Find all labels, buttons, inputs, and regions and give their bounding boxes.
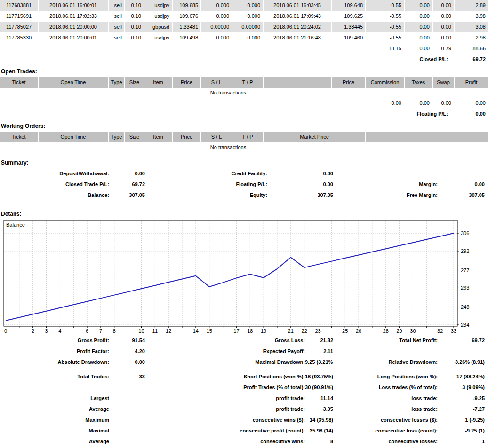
stat-label: Maximal Drawdown: [145, 357, 305, 368]
stat-value [109, 404, 145, 415]
details-title: Details: [1, 211, 488, 217]
y-axis-tick-label: 234 [461, 322, 469, 328]
header-open-time: Open Time [39, 77, 109, 88]
cell-close-price: 1.33445 [332, 22, 366, 32]
summary-label: Credit Facility: [145, 168, 267, 179]
cell-size: 0.10 [125, 32, 144, 43]
x-axis-tick-label: 17 [233, 328, 239, 334]
summary-label [333, 168, 438, 179]
cell-ticket: 117683881 [0, 0, 39, 11]
x-axis-tick-label: 21 [288, 328, 294, 334]
balance-chart-container: 2342482632772923060234678101112141517181… [0, 220, 488, 335]
cell-item: usdjpy [144, 11, 173, 22]
open-trades-section: Open Trades: Ticket Open Time Type Size … [0, 68, 488, 119]
totals-taxes: 0.00 [405, 98, 433, 109]
cell-open-time: 2018.06.01 16:00:01 [39, 0, 109, 11]
stat-label: Profit Factor: [0, 346, 109, 357]
stat-value: 69.72 [438, 335, 485, 346]
subtotal-taxes: 0.00 [405, 43, 433, 54]
stat-value: 91.54 [109, 335, 145, 346]
summary-value: 0.00 [109, 168, 145, 179]
working-orders-empty: No transactions [0, 142, 456, 152]
closed-trade-row: 117715691 2018.06.01 17:02:33 sell 0.10 … [0, 11, 488, 22]
balance-chart: 2342482632772923060234678101112141517181… [0, 220, 488, 335]
header-price: Price [173, 132, 201, 142]
cell-item: usdjpy [144, 0, 173, 11]
x-axis-tick-label: 26 [356, 328, 361, 334]
x-axis-tick-label: 8 [113, 328, 116, 334]
stat-row: Maximalconsecutive profit (count):35.98 … [0, 425, 488, 436]
x-axis-tick-label: 11 [152, 328, 158, 334]
cell-swap: 0.00 [433, 11, 455, 22]
summary-value: 0.00 [438, 179, 485, 190]
closed-pl-row: Closed P/L: 69.72 [0, 54, 488, 65]
stat-row: Profit Factor:4.20Expected Payoff:2.11 [0, 346, 488, 357]
cell-tp: 0.000 [232, 11, 264, 22]
open-trades-header-row: Ticket Open Time Type Size Item Price S … [0, 77, 488, 88]
cell-close-time: 2018.06.01 20:24:02 [264, 22, 332, 32]
stat-value: 17 (88.24%) [438, 371, 485, 382]
stat-label: Gross Loss: [145, 335, 305, 346]
x-axis-tick-label: 12 [166, 328, 171, 334]
stat-label: Absolute Drawdown: [0, 357, 109, 368]
cell-type: sell [109, 0, 125, 11]
header-close-price: Price [332, 77, 366, 88]
x-axis-tick-label: 0 [4, 328, 7, 334]
stat-label: Maximum [0, 415, 109, 425]
stat-label: consecutive losses ($): [333, 415, 438, 425]
stat-label: Total Trades: [0, 371, 109, 382]
header-profit: Profit [455, 77, 488, 88]
floating-pl-label: Floating P/L: [334, 109, 455, 119]
header-type: Type [109, 77, 125, 88]
summary-label: Balance: [0, 190, 109, 201]
stat-value [109, 382, 145, 393]
totals-swap: 0.00 [433, 98, 455, 109]
stat-label: Short Positions (won %): [145, 371, 305, 382]
cell-sl: 0.000 [201, 0, 232, 11]
cell-profit: 2.89 [455, 0, 488, 11]
x-axis-tick-label: 14 [193, 328, 199, 334]
stat-value: 30 (90.91%) [305, 382, 333, 393]
open-trades-totals-row: 0.00 0.00 0.00 0.00 [0, 98, 488, 109]
cell-size: 0.10 [125, 0, 144, 11]
cell-tp: 0.000 [232, 0, 264, 11]
header-ticket: Ticket [0, 77, 39, 88]
stat-label: Loss trades (% of total): [333, 382, 438, 393]
subtotal-profit: 88.66 [455, 43, 488, 54]
summary-value: 307.05 [267, 190, 333, 201]
summary-title: Summary: [1, 159, 488, 166]
cell-open-time: 2018.06.01 20:00:01 [39, 32, 109, 43]
stat-value: 3.26% (8.91) [438, 357, 485, 368]
stat-row: Gross Profit:91.54Gross Loss:21.82Total … [0, 335, 488, 346]
stat-row: Maximumconsecutive wins ($):14 (35.98)co… [0, 415, 488, 425]
cell-close-price: 109.648 [332, 0, 366, 11]
cell-price: 1.33481 [173, 22, 201, 32]
closed-trade-row: 117785027 2018.06.01 20:00:00 sell 0.10 … [0, 22, 488, 32]
header-size: Size [125, 132, 144, 142]
stat-label: consecutive wins ($): [145, 415, 305, 425]
cell-price: 109.498 [173, 32, 201, 43]
cell-profit: 3.98 [455, 11, 488, 22]
closed-pl-value: 69.72 [455, 54, 488, 65]
stat-value: 3 (9.09%) [438, 382, 485, 393]
header-size: Size [125, 77, 144, 88]
stat-value [109, 436, 145, 447]
stat-label: Expected Payoff: [145, 346, 305, 357]
x-axis-tick-label: 3 [45, 328, 48, 334]
header-commission: Commission [366, 77, 405, 88]
x-axis-tick-label: 6 [86, 328, 88, 334]
stat-row: Total Trades:33Short Positions (won %):1… [0, 371, 488, 382]
header-taxes: Taxes [405, 77, 433, 88]
summary-label: Free Margin: [333, 190, 438, 201]
header-type: Type [109, 132, 125, 142]
totals-commission: 0.00 [366, 98, 405, 109]
header-sl: S / L [201, 132, 232, 142]
cell-price: 109.676 [173, 11, 201, 22]
summary-label: Margin: [333, 179, 438, 190]
stat-label: profit trade: [145, 393, 305, 404]
header-price: Price [173, 77, 201, 88]
cell-type: sell [109, 22, 125, 32]
cell-swap: 0.00 [433, 32, 455, 43]
stat-label: consecutive losses: [333, 436, 438, 447]
stats-block-b: Total Trades:33Short Positions (won %):1… [0, 371, 488, 447]
